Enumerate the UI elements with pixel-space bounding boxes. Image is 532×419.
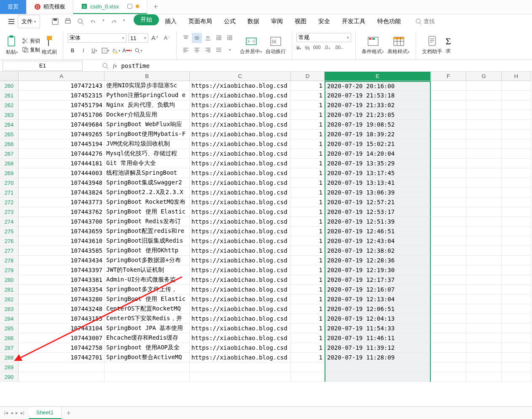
cell[interactable]: CenterOS下安装Redis，并 (105, 314, 190, 324)
cell[interactable] (431, 256, 466, 265)
cell[interactable] (431, 372, 466, 382)
cell[interactable]: 107442701 (19, 353, 105, 362)
cell[interactable] (431, 188, 466, 197)
row-header[interactable]: 269 (0, 168, 19, 178)
cell[interactable] (502, 295, 531, 304)
spreadsheet-grid[interactable]: ABCDEFGH 2602612622632642652662672682692… (0, 72, 532, 392)
cell[interactable] (431, 314, 466, 324)
print-preview-icon[interactable] (77, 18, 84, 25)
cell[interactable] (502, 178, 531, 188)
cell[interactable] (431, 159, 466, 168)
cell[interactable]: 1 (291, 188, 325, 197)
cell[interactable] (466, 120, 502, 130)
cell[interactable] (431, 304, 466, 314)
row-header[interactable]: 278 (0, 256, 19, 265)
indent-left-button[interactable] (214, 33, 224, 43)
row-header[interactable]: 268 (0, 159, 19, 168)
cell[interactable] (291, 372, 325, 382)
cell[interactable]: 2020-07-19 13:13:41 (325, 178, 431, 188)
cell[interactable] (502, 130, 531, 139)
row-header[interactable]: 274 (0, 217, 19, 227)
cell[interactable]: 107442758 (19, 343, 105, 353)
row-header[interactable]: 279 (0, 265, 19, 275)
cell[interactable] (502, 188, 531, 197)
conditional-format-button[interactable]: 条件格式▾ (360, 31, 386, 59)
cell[interactable]: 2020-07-19 19:08:52 (325, 120, 431, 130)
cell[interactable]: https://xiaobichao.blog.csd (190, 324, 291, 333)
cell[interactable]: 2020-07-19 12:28:36 (325, 256, 431, 265)
cell[interactable] (502, 168, 531, 178)
cell[interactable]: https://xiaobichao.blog.csd (190, 333, 291, 343)
cell[interactable] (291, 362, 325, 372)
cell[interactable] (502, 285, 531, 295)
select-all-corner[interactable] (0, 72, 19, 81)
cell[interactable]: 1 (291, 227, 325, 236)
cell[interactable]: 2020-07-19 12:17:37 (325, 275, 431, 285)
cell[interactable]: 107443381 (19, 275, 105, 285)
cell[interactable]: 107443700 (19, 217, 105, 227)
cell[interactable]: https://xiaobichao.blog.csd (190, 265, 291, 275)
cell[interactable]: 线程池讲解及SpringBoot (105, 168, 190, 178)
row-header[interactable]: 261 (0, 91, 19, 100)
col-header-A[interactable]: A (19, 72, 105, 81)
cell[interactable] (431, 178, 466, 188)
cell[interactable] (502, 236, 531, 246)
row-header[interactable]: 280 (0, 275, 19, 285)
cell[interactable]: SpringBoot整合ActiveMQ (105, 353, 190, 362)
window-restore-icon[interactable] (127, 4, 132, 9)
cell[interactable]: 1 (291, 110, 325, 120)
cell[interactable] (502, 265, 531, 275)
cell[interactable] (105, 372, 190, 382)
row-header[interactable]: 272 (0, 197, 19, 207)
cell[interactable]: 2020-07-19 12:43:04 (325, 236, 431, 246)
row-header[interactable]: 287 (0, 343, 19, 353)
row-header[interactable]: 289 (0, 362, 19, 372)
row-header[interactable]: 281 (0, 285, 19, 295)
ribbon-tab-dev[interactable]: 开发工具 (336, 14, 371, 29)
row-header[interactable]: 262 (0, 100, 19, 110)
cell[interactable]: https://xiaobichao.blog.csd (190, 353, 291, 362)
cell[interactable]: SpringBoot 使用 Elastic (105, 207, 190, 217)
cell[interactable]: 2020-07-19 13:17:45 (325, 168, 431, 178)
cell[interactable] (431, 333, 466, 343)
cell[interactable] (105, 362, 190, 372)
cell[interactable]: SpringBoot集成Swagger2 (105, 178, 190, 188)
cell[interactable]: 1 (291, 139, 325, 149)
cell[interactable] (502, 324, 531, 333)
col-header-B[interactable]: B (105, 72, 190, 81)
tab-home[interactable]: 首页 (0, 0, 27, 14)
cell[interactable] (502, 149, 531, 159)
cell[interactable] (502, 110, 531, 120)
hamburger-button[interactable] (5, 15, 18, 28)
ribbon-tab-security[interactable]: 安全 (312, 14, 336, 29)
cell[interactable]: Nginx 反向代理、负载均 (105, 100, 190, 110)
cell[interactable] (466, 91, 502, 100)
cell[interactable] (431, 362, 466, 372)
row-header[interactable]: 290 (0, 372, 19, 382)
cell[interactable]: 2020-07-19 18:39:22 (325, 130, 431, 139)
cell[interactable] (466, 285, 502, 295)
cell[interactable]: 107443659 (19, 227, 105, 236)
cell[interactable]: 2020-07-19 12:38:02 (325, 246, 431, 256)
cell[interactable] (466, 246, 502, 256)
cell[interactable]: 107443280 (19, 295, 105, 304)
cell[interactable] (466, 178, 502, 188)
row-header[interactable]: 271 (0, 188, 19, 197)
cell[interactable]: 2020-07-19 12:16:07 (325, 285, 431, 295)
cell[interactable]: 1 (291, 353, 325, 362)
cell[interactable]: https://xiaobichao.blog.csd (190, 110, 291, 120)
cell[interactable] (466, 333, 502, 343)
comma-button[interactable]: 000 (313, 45, 321, 52)
sum-button[interactable]: Σ 求 (444, 31, 453, 59)
cell[interactable]: 107444181 (19, 159, 105, 168)
cell[interactable]: 1 (291, 333, 325, 343)
cell[interactable]: 1 (291, 285, 325, 295)
col-header-C[interactable]: C (190, 72, 291, 81)
row-header[interactable]: 276 (0, 236, 19, 246)
sheet-tab-1[interactable]: Sheet1 (29, 407, 62, 419)
cell[interactable] (466, 207, 502, 217)
cell[interactable]: 1 (291, 295, 325, 304)
cell[interactable]: 107449265 (19, 130, 105, 139)
cell[interactable]: 1 (291, 275, 325, 285)
cell[interactable]: https://xiaobichao.blog.csd (190, 295, 291, 304)
